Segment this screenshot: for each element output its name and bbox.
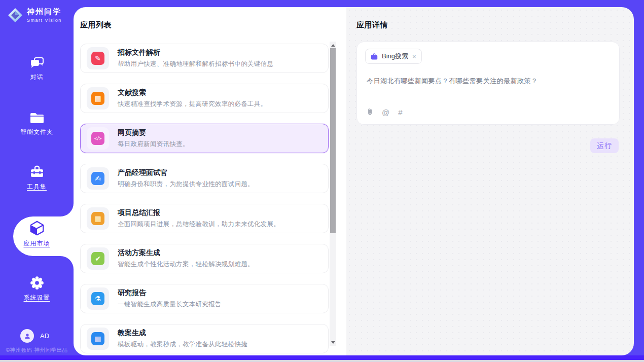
app-icon-tile: ✎	[87, 47, 109, 69]
app-card-list: ✎ 招标文件解析 帮助用户快速、准确地理解和解析招标书中的关键信息 ▤ 文献搜索…	[80, 44, 329, 355]
app-detail-panel: 应用详情 Bing搜索 × 今日湖北有哪些新闻要点？有哪些需要关注的最新政策？	[346, 7, 634, 355]
tool-chip-label: Bing搜索	[382, 52, 408, 61]
research-report-icon: ⚗	[91, 292, 104, 305]
app-card-title: 产品经理面试官	[118, 168, 254, 177]
app-icon-tile: ⚗	[87, 287, 109, 310]
app-icon-tile: ▦	[87, 207, 109, 230]
lesson-plan-icon: ▥	[91, 332, 104, 345]
app-card-description: 每日政府新闻资讯快查。	[118, 140, 189, 149]
bottom-accent-bar	[0, 355, 644, 360]
brand-logo: 神州问学 Smart Vision	[8, 7, 62, 23]
app-card[interactable]: ✔ 活动方案生成 智能生成个性化活动方案，轻松解决规划难题。	[80, 244, 329, 273]
sidebar-item-settings[interactable]: 系统设置	[0, 275, 74, 302]
brand-name: 神州问学	[27, 7, 62, 17]
sidebar-item-app-market[interactable]: 应用市场	[0, 220, 74, 248]
copyright-text: ©神州数码·神州问学出品	[0, 347, 74, 354]
sidebar-item-label: 工具集	[0, 183, 74, 191]
toolbox-icon	[29, 165, 45, 179]
avatar	[20, 329, 34, 343]
main-content: 应用列表 ✎ 招标文件解析 帮助用户快速、准确地理解和解析招标书中的关键信息 ▤…	[74, 7, 634, 355]
mention-icon[interactable]: @	[382, 108, 389, 116]
app-card[interactable]: ⚗ 研究报告 一键智能生成高质量长文本研究报告	[80, 284, 329, 313]
tender-doc-icon: ✎	[91, 52, 104, 65]
sidebar-item-label: 智能文件夹	[0, 128, 74, 136]
user-initials: AD	[40, 332, 49, 340]
attachment-icon[interactable]	[367, 107, 373, 117]
literature-search-icon: ▤	[91, 92, 104, 105]
app-card[interactable]: ✎ 招标文件解析 帮助用户快速、准确地理解和解析招标书中的关键信息	[80, 44, 329, 73]
app-card-description: 快速精准查找学术资源，提高研究效率的必备工具。	[118, 100, 267, 108]
app-list-title: 应用列表	[80, 20, 112, 30]
app-window: 神州问学 Smart Vision 对话 智能文件夹	[0, 0, 644, 362]
app-icon-tile: ✍	[87, 167, 109, 190]
query-text[interactable]: 今日湖北有哪些新闻要点？有哪些需要关注的最新政策？	[367, 77, 611, 86]
app-card-title: 教案生成	[118, 329, 247, 338]
app-icon-tile: ▥	[87, 328, 109, 350]
app-card[interactable]: ▤ 文献搜索 快速精准查找学术资源，提高研究效率的必备工具。	[80, 84, 329, 113]
user-avatar-row[interactable]: AD	[20, 329, 49, 343]
app-detail-title: 应用详情	[356, 20, 388, 30]
triangle-up-icon	[331, 44, 335, 47]
sidebar: 神州问学 Smart Vision 对话 智能文件夹	[0, 0, 74, 356]
composer-toolbar: @ #	[367, 107, 403, 117]
cube-icon	[28, 220, 46, 236]
event-plan-icon: ✔	[91, 252, 104, 265]
app-icon-tile: ▤	[87, 87, 109, 110]
scrollbar-thumb[interactable]	[330, 48, 336, 233]
active-tab-curve-top	[60, 203, 74, 216]
hash-icon[interactable]: #	[398, 108, 402, 116]
app-card[interactable]: ✍ 产品经理面试官 明确身份和职责，为您提供专业性的面试问题。	[80, 164, 329, 193]
sidebar-item-smart-folder[interactable]: 智能文件夹	[0, 112, 74, 136]
triangle-down-icon	[331, 341, 335, 344]
scroll-up-button[interactable]	[330, 42, 336, 49]
diamond-logo-icon	[8, 8, 23, 23]
sidebar-item-label: 对话	[0, 73, 74, 82]
app-card[interactable]: ▥ 教案生成 模板驱动，教案秒成，教学准备从此轻松快捷	[80, 324, 329, 353]
sidebar-item-label: 系统设置	[0, 294, 74, 302]
sidebar-item-toolset[interactable]: 工具集	[0, 165, 74, 191]
chat-icon	[29, 56, 45, 70]
folder-icon	[29, 112, 45, 125]
scrollbar[interactable]	[330, 42, 336, 346]
app-card-description: 帮助用户快速、准确地理解和解析招标书中的关键信息	[118, 60, 273, 68]
project-summary-icon: ▦	[91, 212, 104, 225]
run-button[interactable]: 运行	[590, 138, 619, 153]
app-list-panel: 应用列表 ✎ 招标文件解析 帮助用户快速、准确地理解和解析招标书中的关键信息 ▤…	[74, 7, 346, 355]
web-summary-icon: </>	[91, 132, 104, 145]
person-icon	[23, 332, 31, 340]
app-card[interactable]: ▦ 项目总结汇报 全面回顾项目进展，总结经验教训，助力未来优化发展。	[80, 204, 329, 233]
app-card-title: 研究报告	[118, 288, 222, 298]
app-icon-tile: ✔	[87, 247, 109, 270]
app-card-description: 明确身份和职责，为您提供专业性的面试问题。	[118, 180, 254, 189]
app-card-title: 招标文件解析	[118, 48, 273, 57]
brand-subtitle: Smart Vision	[27, 18, 62, 23]
app-icon-tile: </>	[87, 127, 109, 150]
app-card-title: 活动方案生成	[118, 248, 254, 258]
close-icon[interactable]: ×	[412, 53, 416, 60]
app-card-description: 智能生成个性化活动方案，轻松解决规划难题。	[118, 260, 254, 269]
scroll-down-button[interactable]	[330, 339, 336, 346]
active-tab-curve-bottom	[60, 256, 74, 269]
app-card-title: 网页摘要	[118, 128, 189, 137]
app-card-description: 全面回顾项目进展，总结经验教训，助力未来优化发展。	[118, 220, 280, 229]
app-card-description: 一键智能生成高质量长文本研究报告	[118, 300, 222, 309]
sidebar-item-label: 应用市场	[0, 239, 74, 248]
gear-icon	[29, 275, 45, 291]
briefcase-icon	[371, 53, 378, 60]
prompt-input-card[interactable]: Bing搜索 × 今日湖北有哪些新闻要点？有哪些需要关注的最新政策？ @ #	[356, 42, 620, 125]
app-card[interactable]: </> 网页摘要 每日政府新闻资讯快查。	[80, 124, 329, 153]
pm-interviewer-icon: ✍	[91, 172, 104, 185]
sidebar-item-chat[interactable]: 对话	[0, 56, 74, 82]
tool-chip-bing-search[interactable]: Bing搜索 ×	[365, 49, 422, 64]
app-card-title: 项目总结汇报	[118, 208, 280, 218]
app-card-title: 文献搜索	[118, 88, 267, 97]
app-card-description: 模板驱动，教案秒成，教学准备从此轻松快捷	[118, 340, 247, 349]
